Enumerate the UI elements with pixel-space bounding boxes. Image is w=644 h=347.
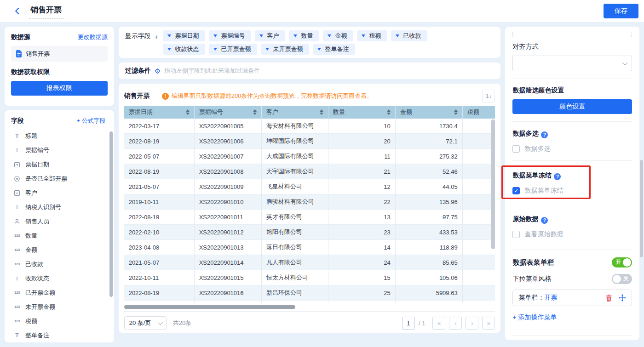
chevron-down-icon <box>167 48 171 51</box>
table-cell: XS20220901014 <box>195 255 262 270</box>
last-page-button[interactable]: » <box>482 317 495 330</box>
field-item[interactable]: I纳税人识别号 <box>11 200 109 214</box>
add-display-field-button[interactable]: + <box>155 33 159 40</box>
help-icon[interactable]: ? <box>541 217 548 224</box>
chip-label: 数量 <box>301 32 313 40</box>
report-permission-button[interactable]: 报表权限 <box>11 81 108 96</box>
chevron-down-icon <box>213 34 217 37</box>
field-item[interactable]: 123已开票金额 <box>11 285 109 300</box>
table-cell: 2019-10-11 <box>124 194 195 210</box>
table-column-header[interactable]: 税额 <box>463 106 495 119</box>
data-multiselect-checkbox[interactable] <box>512 145 520 153</box>
field-item[interactable]: 123未开票金额 <box>11 300 109 314</box>
table-horizontal-scrollbar[interactable] <box>124 305 295 309</box>
display-field-chip[interactable]: 税额 <box>357 30 387 41</box>
sort-arrows-icon[interactable] <box>186 109 190 115</box>
display-field-chip[interactable]: 票据编号 <box>209 30 251 41</box>
table-cell: 14 <box>328 240 396 255</box>
field-item[interactable]: I票据编号 <box>11 143 109 157</box>
pager: 1 / 1 «‹›» <box>402 317 495 330</box>
help-icon[interactable]: ? <box>541 131 548 138</box>
table-row: 2021-05-07XS20220901014凡人有限公司2485.65 <box>124 255 495 270</box>
field-item[interactable]: 123税额 <box>11 314 109 328</box>
page-number-box[interactable]: 1 <box>402 317 415 330</box>
help-icon[interactable]: ? <box>554 173 561 180</box>
view-raw-data-checkbox[interactable] <box>512 231 520 238</box>
menubar-toggle[interactable]: 开 <box>612 257 632 267</box>
sort-arrows-icon[interactable] <box>387 109 391 115</box>
table-cell: 落日有限公司 <box>262 240 328 255</box>
table-header: 票据日期票据编号客户数量金额税额 <box>124 106 495 119</box>
field-item[interactable]: 123已收款 <box>11 257 109 271</box>
display-field-chip[interactable]: 票据日期 <box>163 30 205 41</box>
field-item[interactable]: 123数量 <box>11 228 109 243</box>
sort-arrows-icon[interactable] <box>320 109 323 115</box>
table-cell: 2023-04-08 <box>124 240 195 255</box>
next-page-icon: › <box>471 319 473 327</box>
chevron-down-icon <box>317 48 321 51</box>
table-cell <box>328 301 396 303</box>
back-button[interactable] <box>11 5 24 17</box>
field-item[interactable]: 客户 <box>11 186 109 200</box>
display-field-chip[interactable]: 收款状态 <box>163 44 205 55</box>
display-field-chip[interactable]: 数量 <box>289 30 319 41</box>
table-cell: 13 <box>328 210 396 225</box>
table-cell <box>463 225 495 240</box>
field-list: T标题I票据编号票据日期是否已全部开票客户I纳税人识别号销售人员123数量123… <box>11 129 109 342</box>
save-button[interactable]: 保存 <box>604 4 638 18</box>
gear-icon[interactable]: ⚙ <box>155 68 161 74</box>
delete-menu-button[interactable] <box>605 294 612 301</box>
dropdown-style-toggle[interactable]: 关 <box>612 274 632 284</box>
window-scrollbar[interactable] <box>640 160 643 257</box>
first-page-button[interactable]: « <box>432 317 445 330</box>
field-label: 票据编号 <box>25 146 49 154</box>
table-cell: 旭阳有限公司 <box>262 225 328 240</box>
chevron-down-icon <box>328 34 331 37</box>
display-field-chip[interactable]: 客户 <box>255 30 285 41</box>
field-item[interactable]: 销售人员 <box>11 214 109 228</box>
dropdown-style-label: 下拉菜单风格 <box>512 275 551 283</box>
page-size-select[interactable]: 20 条/页 <box>124 316 167 330</box>
table-cell: 11 <box>328 149 396 164</box>
table-row: 2021-05-07XS20220901009飞星材料公司1244.05 <box>124 179 495 194</box>
fields-scrollbar[interactable] <box>109 131 113 297</box>
display-field-chip[interactable]: 已开票金额 <box>209 44 257 55</box>
change-datasource-link[interactable]: 更改数据源 <box>78 33 108 41</box>
field-item[interactable]: 123金额 <box>11 243 109 257</box>
sort-order-button[interactable]: 1↓ <box>482 90 495 102</box>
display-field-chip[interactable]: 整单备注 <box>313 44 355 55</box>
field-item[interactable]: T整单备注 <box>11 328 109 342</box>
table-vertical-scrollbar[interactable] <box>491 119 495 249</box>
field-item[interactable]: 票据日期 <box>11 157 109 171</box>
menu-item[interactable]: 菜单栏： 开票 <box>512 290 632 306</box>
field-label: 销售人员 <box>25 217 49 226</box>
field-item[interactable]: 是否已全部开票 <box>11 171 109 186</box>
prev-page-icon: ‹ <box>454 319 457 327</box>
chip-label: 票据日期 <box>175 32 199 40</box>
prev-page-button[interactable]: ‹ <box>449 317 462 330</box>
add-formula-field-link[interactable]: + 公式字段 <box>76 117 105 125</box>
display-field-chip[interactable]: 未开票金额 <box>261 44 309 55</box>
table-column-header[interactable]: 票据日期 <box>124 106 195 119</box>
sort-arrows-icon[interactable] <box>454 109 458 115</box>
field-label: 票据日期 <box>25 160 49 169</box>
field-item[interactable]: I收款状态 <box>11 271 109 285</box>
table-column-header[interactable]: 数量 <box>328 106 396 119</box>
field-item[interactable]: T标题 <box>11 129 109 143</box>
display-field-chip[interactable]: 已收款 <box>391 30 427 41</box>
next-page-button[interactable]: › <box>466 317 478 330</box>
alignment-select[interactable] <box>512 56 632 71</box>
field-label: 是否已全部开票 <box>25 175 67 183</box>
color-settings-button[interactable]: 颜色设置 <box>512 99 632 114</box>
column-header-label: 金额 <box>400 108 412 116</box>
sort-arrows-icon[interactable] <box>253 109 257 115</box>
datasource-item[interactable]: 销售开票 <box>11 46 108 62</box>
table-column-header[interactable]: 票据编号 <box>195 106 262 119</box>
table-column-header[interactable]: 金额 <box>396 106 463 119</box>
first-page-icon: « <box>437 319 441 327</box>
menu-freeze-checkbox[interactable]: ✓ <box>512 187 520 194</box>
add-action-menu-link[interactable]: + 添加操作菜单 <box>512 313 557 322</box>
move-menu-button[interactable] <box>619 294 626 301</box>
display-field-chip[interactable]: 金额 <box>323 30 353 41</box>
table-column-header[interactable]: 客户 <box>262 106 328 119</box>
